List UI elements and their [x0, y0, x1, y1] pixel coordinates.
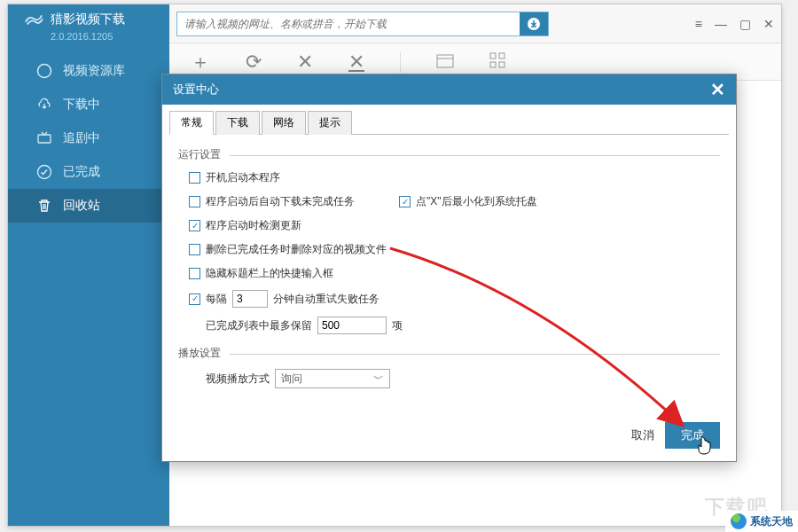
opt-keep-pre: 已完成列表中最多保留 — [206, 318, 312, 333]
group-run-label: 运行设置 — [178, 147, 725, 162]
add-button[interactable]: ＋ — [191, 49, 210, 75]
modal-footer: 取消 完成 — [162, 413, 736, 461]
app-brand: 猎影视频下载 — [8, 4, 169, 29]
window-controls: ≡ — ▢ ✕ — [695, 17, 774, 31]
search-input[interactable] — [177, 12, 520, 35]
settings-tabs: 常规 下载 网络 提示 — [162, 105, 736, 134]
keep-count-input[interactable] — [317, 317, 387, 334]
app-version: 2.0.2016.1205 — [8, 31, 169, 42]
opt-retry-pre: 每隔 — [206, 292, 227, 307]
opt-retry-post: 分钟自动重试失败任务 — [273, 292, 379, 307]
svg-rect-9 — [499, 62, 505, 67]
maximize-button[interactable]: ▢ — [739, 17, 751, 31]
settings-body: 运行设置 开机启动本程序 程序启动后自动下载未完成任务 ✓ 点"X"后最小化到系… — [169, 134, 729, 413]
opt-resume[interactable]: 程序启动后自动下载未完成任务 — [173, 190, 355, 214]
checkbox-unchecked-icon[interactable] — [189, 244, 200, 255]
delete-button[interactable]: ✕ — [297, 51, 313, 74]
sidebar-item-label: 追剧中 — [63, 130, 100, 146]
modal-close-button[interactable]: ✕ — [710, 79, 725, 100]
ok-button[interactable]: 完成 — [665, 422, 720, 449]
tab-download[interactable]: 下载 — [215, 111, 260, 135]
modal-title-text: 设置中心 — [173, 82, 219, 98]
topbar: ≡ — ▢ ✕ — [169, 4, 781, 43]
opt-label: 隐藏标题栏上的快捷输入框 — [206, 266, 333, 281]
opt-label: 程序启动时检测更新 — [206, 218, 301, 233]
opt-playmode: 视频播放方式 询问 ﹀ — [173, 364, 725, 393]
checkbox-checked-icon[interactable]: ✓ — [399, 196, 411, 207]
modal-titlebar: 设置中心 ✕ — [162, 74, 736, 105]
search-download-button[interactable] — [520, 12, 548, 35]
app-title: 猎影视频下载 — [51, 12, 125, 27]
opt-update[interactable]: ✓ 程序启动时检测更新 — [173, 214, 725, 238]
cloud-down-icon — [36, 97, 52, 113]
opt-label: 程序启动后自动下载未完成任务 — [206, 194, 355, 209]
check-circle-icon — [36, 164, 52, 180]
sidebar-item-completed[interactable]: 已完成 — [8, 155, 169, 189]
globe-icon — [731, 513, 747, 529]
tab-network[interactable]: 网络 — [262, 111, 306, 135]
clear-button[interactable]: ✕ — [348, 51, 364, 74]
svg-rect-1 — [38, 135, 51, 143]
svg-rect-6 — [490, 53, 496, 59]
svg-rect-8 — [490, 62, 496, 67]
opt-autostart[interactable]: 开机启动本程序 — [173, 166, 725, 190]
tv-icon — [36, 130, 52, 146]
sidebar-item-series[interactable]: 追剧中 — [8, 121, 169, 155]
search-box — [176, 12, 549, 36]
sidebar-item-label: 下载中 — [63, 97, 100, 113]
opt-hidetitle[interactable]: 隐藏标题栏上的快捷输入框 — [173, 262, 725, 286]
site-badge-text: 系统天地 — [750, 514, 793, 529]
sidebar-item-label: 视频资源库 — [63, 63, 125, 79]
site-badge: 系统天地 — [725, 511, 798, 532]
checkbox-unchecked-icon[interactable] — [189, 172, 200, 184]
tab-general[interactable]: 常规 — [169, 111, 214, 135]
trash-icon — [36, 198, 52, 214]
svg-rect-7 — [499, 53, 505, 59]
checkbox-checked-icon[interactable]: ✓ — [189, 293, 200, 305]
playmode-select[interactable]: 询问 ﹀ — [275, 369, 390, 388]
cancel-button[interactable]: 取消 — [631, 427, 654, 443]
group-play-label: 播放设置 — [178, 346, 725, 361]
svg-rect-4 — [437, 55, 453, 67]
checkbox-unchecked-icon[interactable] — [189, 268, 200, 279]
minimize-button[interactable]: — — [715, 17, 727, 31]
opt-retry[interactable]: ✓ 每隔 分钟自动重试失败任务 — [173, 286, 725, 312]
opt-delvideo[interactable]: 删除已完成任务时删除对应的视频文件 — [173, 238, 725, 262]
sidebar-item-library[interactable]: 视频资源库 — [8, 54, 169, 88]
opt-label: 删除已完成任务时删除对应的视频文件 — [206, 242, 387, 257]
sidebar-item-downloading[interactable]: 下载中 — [8, 88, 169, 121]
menu-button[interactable]: ≡ — [695, 17, 702, 31]
tab-hint[interactable]: 提示 — [308, 111, 352, 135]
sidebar-item-label: 已完成 — [63, 164, 100, 180]
playmode-value: 询问 — [281, 372, 302, 387]
svg-point-0 — [38, 65, 51, 78]
settings-modal: 设置中心 ✕ 常规 下载 网络 提示 运行设置 开机启动本程序 程序启动后自动下… — [161, 74, 737, 462]
opt-minimize[interactable]: ✓ 点"X"后最小化到系统托盘 — [399, 190, 537, 214]
view-list-button[interactable] — [436, 51, 454, 74]
opt-label: 开机启动本程序 — [206, 170, 280, 185]
opt-label: 点"X"后最小化到系统托盘 — [416, 194, 537, 209]
chevron-down-icon: ﹀ — [373, 372, 384, 387]
opt-keep-post: 项 — [392, 318, 403, 333]
download-icon — [527, 17, 541, 31]
close-button[interactable]: ✕ — [763, 17, 774, 31]
sidebar-item-label: 回收站 — [63, 198, 100, 214]
compass-icon — [36, 63, 52, 79]
refresh-button[interactable]: ⟳ — [246, 51, 262, 74]
checkbox-checked-icon[interactable]: ✓ — [189, 220, 200, 231]
retry-interval-input[interactable] — [232, 290, 268, 308]
sidebar-item-trash[interactable]: 回收站 — [8, 189, 169, 223]
opt-keep: 已完成列表中最多保留 项 — [173, 312, 725, 339]
view-grid-button[interactable] — [489, 51, 505, 74]
app-logo-icon — [24, 12, 43, 27]
toolbar-divider — [400, 51, 401, 73]
sidebar: 猎影视频下载 2.0.2016.1205 视频资源库 下载中 追剧中 已完成 回… — [8, 4, 169, 526]
checkbox-unchecked-icon[interactable] — [189, 196, 200, 207]
playmode-label: 视频播放方式 — [206, 372, 270, 387]
